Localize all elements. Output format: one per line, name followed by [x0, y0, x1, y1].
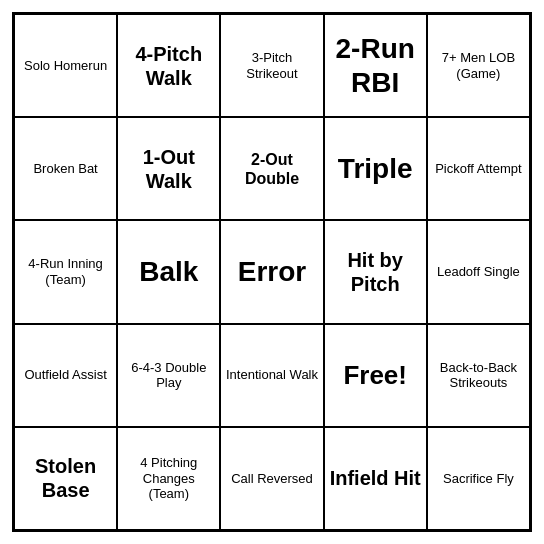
cell-label-19: Back-to-Back Strikeouts: [432, 360, 525, 391]
bingo-cell-19[interactable]: Back-to-Back Strikeouts: [427, 324, 530, 427]
bingo-cell-2[interactable]: 3-Pitch Strikeout: [220, 14, 323, 117]
bingo-cell-13[interactable]: Hit by Pitch: [324, 220, 427, 323]
cell-label-0: Solo Homerun: [24, 58, 107, 74]
bingo-cell-6[interactable]: 1-Out Walk: [117, 117, 220, 220]
cell-label-3: 2-Run RBI: [329, 32, 422, 99]
bingo-cell-20[interactable]: Stolen Base: [14, 427, 117, 530]
cell-label-16: 6-4-3 Double Play: [122, 360, 215, 391]
cell-label-24: Sacrifice Fly: [443, 471, 514, 487]
cell-label-14: Leadoff Single: [437, 264, 520, 280]
cell-label-9: Pickoff Attempt: [435, 161, 521, 177]
bingo-cell-18[interactable]: Free!: [324, 324, 427, 427]
bingo-cell-5[interactable]: Broken Bat: [14, 117, 117, 220]
cell-label-20: Stolen Base: [19, 454, 112, 502]
bingo-cell-10[interactable]: 4-Run Inning (Team): [14, 220, 117, 323]
bingo-cell-8[interactable]: Triple: [324, 117, 427, 220]
cell-label-13: Hit by Pitch: [329, 248, 422, 296]
cell-label-15: Outfield Assist: [24, 367, 106, 383]
bingo-cell-14[interactable]: Leadoff Single: [427, 220, 530, 323]
cell-label-1: 4-Pitch Walk: [122, 42, 215, 90]
cell-label-10: 4-Run Inning (Team): [19, 256, 112, 287]
bingo-cell-17[interactable]: Intentional Walk: [220, 324, 323, 427]
bingo-cell-3[interactable]: 2-Run RBI: [324, 14, 427, 117]
cell-label-7: 2-Out Double: [225, 150, 318, 188]
bingo-cell-22[interactable]: Call Reversed: [220, 427, 323, 530]
bingo-card: Solo Homerun4-Pitch Walk3-Pitch Strikeou…: [12, 12, 532, 532]
bingo-cell-1[interactable]: 4-Pitch Walk: [117, 14, 220, 117]
bingo-cell-11[interactable]: Balk: [117, 220, 220, 323]
bingo-cell-24[interactable]: Sacrifice Fly: [427, 427, 530, 530]
cell-label-22: Call Reversed: [231, 471, 313, 487]
bingo-cell-0[interactable]: Solo Homerun: [14, 14, 117, 117]
bingo-cell-16[interactable]: 6-4-3 Double Play: [117, 324, 220, 427]
cell-label-17: Intentional Walk: [226, 367, 318, 383]
bingo-cell-7[interactable]: 2-Out Double: [220, 117, 323, 220]
bingo-cell-4[interactable]: 7+ Men LOB (Game): [427, 14, 530, 117]
cell-label-5: Broken Bat: [33, 161, 97, 177]
cell-label-12: Error: [238, 255, 306, 289]
cell-label-11: Balk: [139, 255, 198, 289]
cell-label-23: Infield Hit: [330, 466, 421, 490]
bingo-cell-15[interactable]: Outfield Assist: [14, 324, 117, 427]
bingo-cell-9[interactable]: Pickoff Attempt: [427, 117, 530, 220]
bingo-cell-21[interactable]: 4 Pitching Changes (Team): [117, 427, 220, 530]
cell-label-8: Triple: [338, 152, 413, 186]
cell-label-18: Free!: [343, 360, 407, 391]
cell-label-2: 3-Pitch Strikeout: [225, 50, 318, 81]
cell-label-6: 1-Out Walk: [122, 145, 215, 193]
bingo-cell-23[interactable]: Infield Hit: [324, 427, 427, 530]
cell-label-4: 7+ Men LOB (Game): [432, 50, 525, 81]
bingo-cell-12[interactable]: Error: [220, 220, 323, 323]
cell-label-21: 4 Pitching Changes (Team): [122, 455, 215, 502]
